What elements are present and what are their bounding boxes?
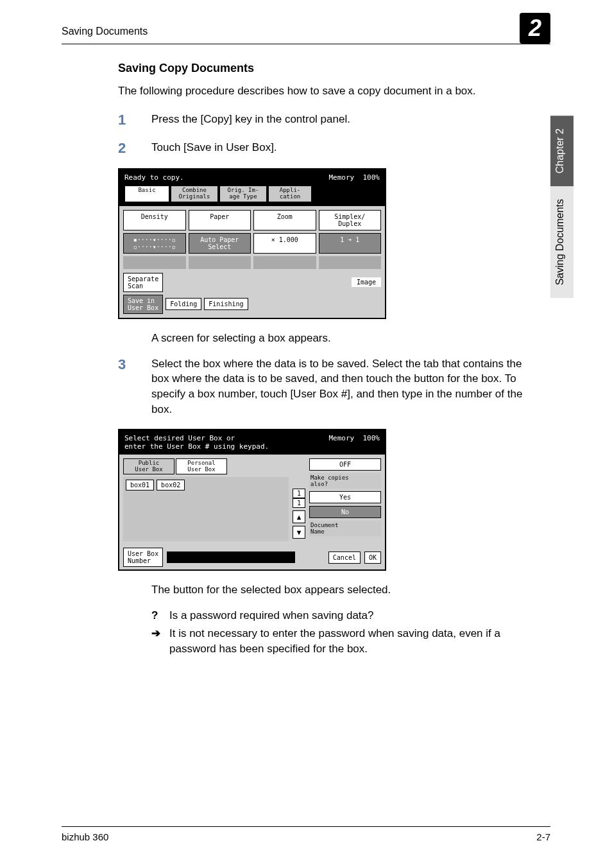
page-total: 1: [293, 498, 305, 508]
header-rule: [62, 44, 550, 44]
column-zoom[interactable]: Zoom: [253, 210, 316, 230]
step-text: Touch [Save in User Box].: [151, 140, 529, 155]
step-3-result-text: The button for the selected box appears …: [151, 582, 529, 598]
document-name-button[interactable]: Document Name: [309, 521, 381, 536]
spacer: [189, 256, 251, 269]
memory-label: Memory: [329, 434, 355, 442]
arrow-down-icon[interactable]: ▼: [293, 526, 305, 539]
duplex-value[interactable]: 1 ➔ 1: [319, 233, 382, 254]
ok-button[interactable]: OK: [364, 551, 381, 564]
side-tab: Chapter 2 Saving Documents: [550, 116, 574, 385]
no-button[interactable]: No: [309, 506, 381, 518]
page-current: 1: [293, 489, 305, 498]
step-number: 3: [118, 356, 151, 373]
step-number: 1: [118, 112, 151, 128]
number-input-field[interactable]: [167, 551, 295, 563]
column-simplex-duplex[interactable]: Simplex/ Duplex: [319, 210, 382, 230]
cancel-button[interactable]: Cancel: [328, 551, 361, 564]
step-2: 2 Touch [Save in User Box].: [118, 140, 529, 157]
save-in-user-box-button[interactable]: Save in User Box: [123, 295, 163, 314]
spacer: [123, 256, 186, 269]
section-heading: Saving Copy Documents: [118, 62, 529, 75]
tab-orig-image-type[interactable]: Orig. Im- age Type: [219, 186, 267, 202]
copy-screen-screenshot: Ready to copy. Memory 100% Basic Combine…: [118, 168, 386, 319]
footer-rule: [62, 826, 550, 827]
memory-label: Memory: [329, 173, 355, 182]
image-label: Image: [352, 277, 381, 287]
zoom-value[interactable]: × 1.000: [253, 233, 316, 254]
spacer: [253, 256, 316, 269]
tab-basic[interactable]: Basic: [124, 186, 169, 202]
arrow-right-icon: ➔: [151, 626, 164, 657]
finishing-button[interactable]: Finishing: [204, 298, 248, 310]
density-slider[interactable]: ▪····▾····▫▫····▾····▫: [123, 233, 186, 254]
status-text-line2: enter the User Box # using keypad.: [124, 442, 269, 451]
page-content: Saving Copy Documents The following proc…: [118, 62, 529, 659]
user-box-number-button[interactable]: User Box Number: [123, 548, 163, 567]
status-text: Ready to copy.: [124, 173, 184, 182]
column-density[interactable]: Density: [123, 210, 186, 230]
step-text: Press the [Copy] key in the control pane…: [151, 112, 529, 127]
box01-button[interactable]: box01: [126, 480, 154, 490]
running-header-title: Saving Documents: [62, 26, 148, 37]
question-row: ? Is a password required when saving dat…: [151, 608, 529, 623]
spacer: [319, 256, 382, 269]
memory-value: 100%: [363, 173, 380, 182]
step-1: 1 Press the [Copy] key in the control pa…: [118, 112, 529, 128]
separate-scan-button[interactable]: Separate Scan: [123, 273, 163, 292]
status-text-line1: Select desired User Box or: [124, 434, 235, 442]
box-select-screen-screenshot: Select desired User Box or enter the Use…: [118, 429, 386, 571]
intro-paragraph: The following procedure describes how to…: [118, 84, 529, 99]
chapter-number-badge: 2: [520, 13, 550, 44]
side-tab-title: Saving Documents: [550, 186, 574, 298]
memory-value: 100%: [363, 434, 380, 442]
box02-button[interactable]: box02: [157, 480, 185, 490]
question-text: Is a password required when saving data?: [169, 608, 373, 623]
folding-button[interactable]: Folding: [166, 298, 201, 310]
footer-page-number: 2-7: [536, 831, 550, 842]
arrow-up-icon[interactable]: ▲: [293, 510, 305, 523]
yes-button[interactable]: Yes: [309, 491, 381, 503]
answer-row: ➔ It is not necessary to enter the passw…: [151, 626, 529, 657]
question-mark-icon: ?: [151, 608, 164, 623]
answer-text: It is not necessary to enter the passwor…: [169, 626, 529, 657]
footer-model: bizhub 360: [62, 831, 108, 842]
off-button[interactable]: OFF: [309, 458, 381, 471]
step-number: 2: [118, 140, 151, 157]
auto-paper-select-button[interactable]: Auto Paper Select: [189, 233, 251, 254]
column-paper[interactable]: Paper: [189, 210, 251, 230]
tab-personal-user-box[interactable]: Personal User Box: [176, 458, 227, 475]
tab-application[interactable]: Appli- cation: [268, 186, 312, 202]
tab-public-user-box[interactable]: Public User Box: [123, 458, 174, 475]
make-copies-label: Make copies also?: [309, 473, 381, 489]
step-text: Select the box where the data is to be s…: [151, 356, 529, 417]
tab-combine-originals[interactable]: Combine Originals: [171, 186, 218, 202]
step-3: 3 Select the box where the data is to be…: [118, 356, 529, 417]
step-2-result-text: A screen for selecting a box appears.: [151, 331, 529, 346]
side-tab-chapter: Chapter 2: [550, 116, 574, 186]
